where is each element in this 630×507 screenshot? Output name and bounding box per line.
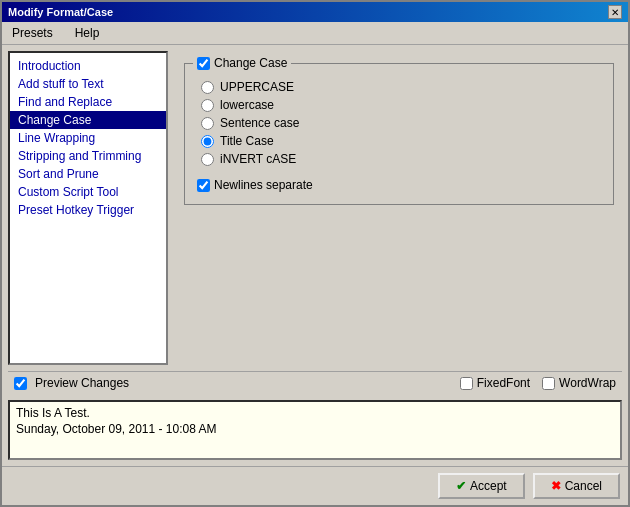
word-wrap-text: WordWrap (559, 376, 616, 390)
menu-presets[interactable]: Presets (6, 24, 59, 42)
radio-lowercase-label[interactable]: lowercase (201, 98, 601, 112)
radio-uppercase-text: UPPERCASE (220, 80, 294, 94)
accept-check-icon: ✔ (456, 479, 466, 493)
radio-title-label[interactable]: Title Case (201, 134, 601, 148)
newlines-label: Newlines separate (214, 178, 313, 192)
sidebar-item-add-stuff[interactable]: Add stuff to Text (10, 75, 166, 93)
menu-help[interactable]: Help (69, 24, 106, 42)
sidebar-item-hotkey[interactable]: Preset Hotkey Trigger (10, 201, 166, 219)
radio-sentence-case[interactable] (201, 117, 214, 130)
radio-uppercase-label[interactable]: UPPERCASE (201, 80, 601, 94)
sidebar-item-introduction[interactable]: Introduction (10, 57, 166, 75)
radio-lowercase[interactable] (201, 99, 214, 112)
window-title: Modify Format/Case (8, 6, 113, 18)
cancel-button[interactable]: ✖ Cancel (533, 473, 620, 499)
sidebar-item-change-case[interactable]: Change Case (10, 111, 166, 129)
change-case-group: Change Case UPPERCASE lowercase (184, 63, 614, 205)
fixed-font-checkbox[interactable] (460, 377, 473, 390)
title-bar: Modify Format/Case ✕ (2, 2, 628, 22)
sidebar-item-find-replace[interactable]: Find and Replace (10, 93, 166, 111)
preview-line-1: This Is A Test. (16, 406, 614, 420)
preview-changes-label: Preview Changes (35, 376, 129, 390)
radio-invert-label[interactable]: iNVERT cASE (201, 152, 601, 166)
radio-title-text: Title Case (220, 134, 274, 148)
accept-button[interactable]: ✔ Accept (438, 473, 525, 499)
radio-sentence-text: Sentence case (220, 116, 299, 130)
word-wrap-checkbox[interactable] (542, 377, 555, 390)
nav-panel: Introduction Add stuff to Text Find and … (8, 51, 168, 365)
radio-lowercase-text: lowercase (220, 98, 274, 112)
main-window: Modify Format/Case ✕ Presets Help Introd… (0, 0, 630, 507)
word-wrap-label[interactable]: WordWrap (542, 376, 616, 390)
top-section: Introduction Add stuff to Text Find and … (8, 51, 622, 365)
cancel-x-icon: ✖ (551, 479, 561, 493)
button-bar: ✔ Accept ✖ Cancel (2, 466, 628, 505)
group-box-title: Change Case (193, 56, 291, 70)
radio-invert-text: iNVERT cASE (220, 152, 296, 166)
radio-invert-case[interactable] (201, 153, 214, 166)
radio-uppercase[interactable] (201, 81, 214, 94)
status-right: FixedFont WordWrap (460, 376, 616, 390)
cancel-label: Cancel (565, 479, 602, 493)
bottom-bar: Preview Changes FixedFont WordWrap (8, 371, 622, 394)
sidebar-item-sort-prune[interactable]: Sort and Prune (10, 165, 166, 183)
sidebar-item-strip-trim[interactable]: Stripping and Trimming (10, 147, 166, 165)
radio-sentence-label[interactable]: Sentence case (201, 116, 601, 130)
close-button[interactable]: ✕ (608, 5, 622, 19)
main-content: Introduction Add stuff to Text Find and … (2, 45, 628, 466)
preview-line-2: Sunday, October 09, 2011 - 10:08 AM (16, 422, 614, 436)
menu-bar: Presets Help (2, 22, 628, 45)
preview-area: This Is A Test. Sunday, October 09, 2011… (8, 400, 622, 460)
radio-group: UPPERCASE lowercase Sentence case T (197, 80, 601, 166)
change-case-checkbox[interactable] (197, 57, 210, 70)
sidebar-item-line-wrapping[interactable]: Line Wrapping (10, 129, 166, 147)
radio-title-case[interactable] (201, 135, 214, 148)
content-panel: Change Case UPPERCASE lowercase (176, 51, 622, 365)
preview-changes-checkbox[interactable] (14, 377, 27, 390)
change-case-checkbox-label[interactable]: Change Case (197, 56, 287, 70)
newlines-section: Newlines separate (197, 178, 601, 192)
newlines-checkbox[interactable] (197, 179, 210, 192)
change-case-label: Change Case (214, 56, 287, 70)
accept-label: Accept (470, 479, 507, 493)
sidebar-item-custom-script[interactable]: Custom Script Tool (10, 183, 166, 201)
fixed-font-label[interactable]: FixedFont (460, 376, 530, 390)
fixed-font-text: FixedFont (477, 376, 530, 390)
